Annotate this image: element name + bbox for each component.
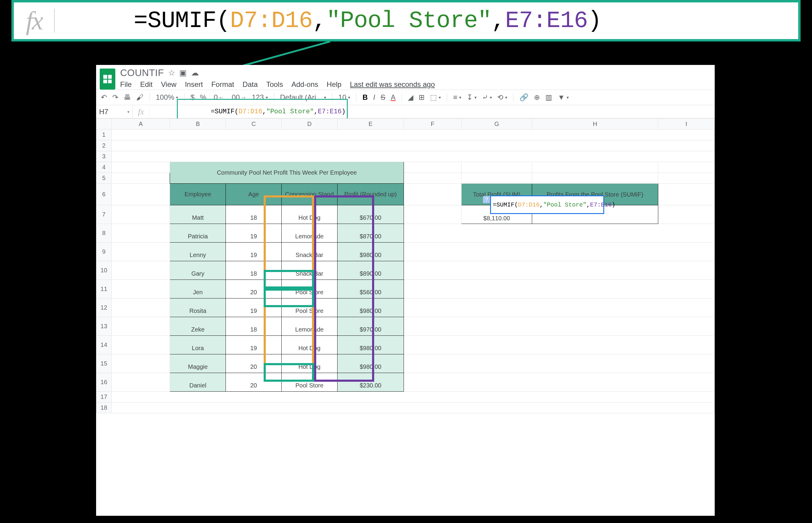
col-A[interactable]: A (111, 119, 170, 129)
move-folder-icon[interactable]: ▣ (179, 68, 187, 77)
bold-button[interactable]: B (361, 93, 369, 102)
cell-con[interactable]: Snack Bar (282, 261, 338, 280)
row-3[interactable]: 3 (96, 151, 112, 162)
menu-addons[interactable]: Add-ons (291, 80, 318, 89)
cell-prof[interactable]: $980.00 (337, 299, 403, 317)
menu-format[interactable]: Format (211, 80, 234, 89)
menu-insert[interactable]: Insert (185, 80, 203, 89)
halign-button[interactable]: ≡ (452, 93, 462, 102)
cell-age[interactable]: 18 (226, 261, 282, 280)
row-9[interactable]: 9 (96, 242, 112, 261)
formula-help-icon[interactable]: ? (483, 196, 490, 203)
cell-con[interactable]: Pool Store (282, 373, 338, 392)
cell-con[interactable]: Snack Bar (282, 242, 338, 261)
sheets-logo-icon[interactable] (100, 69, 115, 90)
cell-emp[interactable]: Lora (170, 336, 226, 354)
italic-button[interactable]: I (372, 93, 377, 102)
borders-button[interactable]: ⊞ (417, 93, 426, 102)
menu-view[interactable]: View (161, 80, 176, 89)
cell-emp[interactable]: Matt (170, 205, 226, 224)
row-11[interactable]: 11 (96, 280, 112, 299)
name-box[interactable]: H7 ▾ (96, 105, 133, 118)
link-button[interactable]: 🔗 (518, 93, 530, 102)
cell-prof[interactable]: $970.00 (337, 317, 403, 336)
comment-button[interactable]: ⊕ (533, 93, 541, 102)
cell-prof[interactable]: $230.00 (337, 373, 403, 392)
row-6[interactable]: 6 (96, 184, 112, 205)
fill-color-button[interactable]: ◢ (407, 93, 414, 102)
row-5[interactable]: 5 (96, 173, 112, 184)
menu-data[interactable]: Data (243, 80, 258, 89)
cell-prof[interactable]: $560.00 (337, 280, 403, 299)
paint-format-button[interactable]: 🖌 (135, 93, 145, 102)
cell-age[interactable]: 18 (226, 205, 282, 224)
row-13[interactable]: 13 (96, 317, 112, 336)
row-12[interactable]: 12 (96, 299, 112, 317)
cell-age[interactable]: 20 (226, 354, 282, 373)
strike-button[interactable]: S (379, 93, 386, 102)
cell-con[interactable]: Hot Dog (282, 205, 338, 224)
cell-con[interactable]: Pool Store (282, 280, 338, 299)
col-C[interactable]: C (226, 119, 282, 129)
rotate-button[interactable]: ⟲ (496, 93, 508, 102)
cell-age[interactable]: 19 (226, 224, 282, 242)
cloud-icon[interactable]: ☁ (191, 68, 199, 77)
row-8[interactable]: 8 (96, 224, 112, 242)
cell-prof[interactable]: $980.00 (337, 336, 403, 354)
cell-emp[interactable]: Patricia (170, 224, 226, 242)
col-F[interactable]: F (403, 119, 461, 129)
document-title[interactable]: COUNTIF (120, 67, 164, 78)
row-1[interactable]: 1 (96, 129, 112, 140)
menu-tools[interactable]: Tools (266, 80, 283, 89)
wrap-button[interactable]: ⤶ (481, 93, 493, 102)
cell-emp[interactable]: Daniel (170, 373, 226, 392)
cell-con[interactable]: Lemonade (282, 224, 338, 242)
cell-emp[interactable]: Gary (170, 261, 226, 280)
cell-con[interactable]: Lemonade (282, 317, 338, 336)
col-H[interactable]: H (532, 119, 658, 129)
th-concession[interactable]: Concession Stand (282, 184, 338, 205)
text-color-button[interactable]: A (390, 93, 397, 102)
cell-con[interactable]: Pool Store (282, 299, 338, 317)
row-7[interactable]: 7 (96, 205, 112, 224)
cell-prof[interactable]: $670.00 (337, 205, 403, 224)
col-B[interactable]: B (170, 119, 226, 129)
row-14[interactable]: 14 (96, 336, 112, 354)
cell-prof[interactable]: $870.00 (337, 224, 403, 242)
cell-age[interactable]: 20 (226, 280, 282, 299)
cell-prof[interactable]: $980.00 (337, 354, 403, 373)
th-employee[interactable]: Employee (170, 184, 226, 205)
star-icon[interactable]: ☆ (168, 68, 175, 77)
menu-file[interactable]: File (120, 80, 132, 89)
cell-con[interactable]: Hot Dog (282, 336, 338, 354)
row-4[interactable]: 4 (96, 162, 112, 173)
table-title[interactable]: Community Pool Net Profit This Week Per … (170, 162, 403, 184)
th-age[interactable]: Age (226, 184, 282, 205)
active-cell-editor[interactable]: =SUMIF(D7:D16,"Pool Store",E7:E16) (490, 195, 604, 214)
menu-help[interactable]: Help (327, 80, 341, 89)
cell-con[interactable]: Hot Dog (282, 354, 338, 373)
cell-age[interactable]: 19 (226, 242, 282, 261)
cell-prof[interactable]: $890.00 (337, 261, 403, 280)
cell-age[interactable]: 20 (226, 373, 282, 392)
cell-age[interactable]: 19 (226, 336, 282, 354)
redo-button[interactable]: ↷ (111, 93, 119, 102)
cell-age[interactable]: 19 (226, 299, 282, 317)
merge-button[interactable]: ⬚ (429, 93, 442, 102)
select-all[interactable] (96, 119, 112, 129)
print-button[interactable]: 🖶 (122, 93, 132, 102)
cell-prof[interactable]: $980.00 (337, 242, 403, 261)
chart-button[interactable]: ▥ (544, 93, 553, 102)
cell-emp[interactable]: Rosita (170, 299, 226, 317)
row-16[interactable]: 16 (96, 373, 112, 392)
spreadsheet-grid[interactable]: A B C D E F G H I 1 2 3 4 Community Pool… (96, 119, 715, 413)
row-17[interactable]: 17 (96, 392, 112, 402)
col-G[interactable]: G (461, 119, 532, 129)
row-10[interactable]: 10 (96, 261, 112, 280)
row-15[interactable]: 15 (96, 354, 112, 373)
row-18[interactable]: 18 (96, 402, 112, 413)
col-E[interactable]: E (337, 119, 403, 129)
col-I[interactable]: I (658, 119, 714, 129)
last-edit-link[interactable]: Last edit was seconds ago (350, 80, 435, 89)
menu-edit[interactable]: Edit (140, 80, 153, 89)
